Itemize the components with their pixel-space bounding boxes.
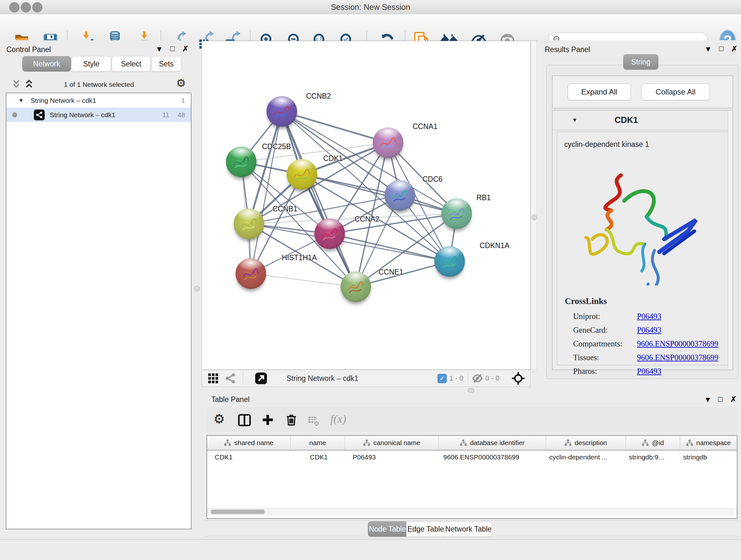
network-node-CDC6[interactable]	[385, 180, 415, 211]
table-scrollbar-thumb[interactable]	[211, 509, 265, 514]
section-expander-icon[interactable]: ▼	[572, 117, 578, 124]
table-panel-divider-handle[interactable]	[468, 388, 474, 393]
network-view-title: String Network – cdk1	[286, 374, 358, 383]
cell-shared-name[interactable]: CDK1	[207, 450, 291, 464]
network-node-CDK1[interactable]	[286, 159, 317, 190]
grid-view-icon[interactable]	[208, 373, 219, 384]
panel-close-icon[interactable]: ✗	[731, 45, 738, 53]
function-builder-icon[interactable]: f(x)	[330, 412, 346, 426]
open-in-new-window-icon[interactable]	[255, 372, 267, 385]
birdseye-crosshair-icon[interactable]	[512, 372, 525, 385]
cell-namespace[interactable]: stringdb	[680, 450, 737, 464]
delete-column-icon[interactable]	[285, 413, 298, 427]
gene-section-header[interactable]: ▼ CDK1	[552, 110, 732, 130]
network-status-dot-icon	[12, 112, 17, 118]
control-panel: Control Panel ▼ □ ✗ Network Style Select…	[0, 40, 198, 539]
crosslink-compartments[interactable]: 9606.ENSP00000378699	[637, 339, 718, 348]
string-network-icon	[34, 110, 45, 120]
hidden-eye-slash-icon[interactable]	[472, 373, 483, 384]
tab-network[interactable]: Network	[22, 56, 71, 71]
expand-all-button[interactable]: Expand All	[568, 84, 631, 100]
tab-select[interactable]: Select	[112, 56, 151, 71]
gene-description: cyclin-dependent kinase 1	[564, 140, 729, 149]
results-panel-divider[interactable]	[531, 41, 537, 370]
panel-close-icon[interactable]: ✗	[730, 395, 737, 403]
cell-name[interactable]: CDK1	[291, 450, 345, 464]
protein-ribbon-thumbnail	[391, 188, 409, 206]
show-columns-icon[interactable]	[238, 414, 251, 427]
crosslink-label: Pharos:	[573, 364, 637, 378]
network-node-CCNB2[interactable]	[266, 96, 297, 127]
column-header[interactable]: @id	[626, 436, 680, 450]
node-label-CCNB2: CCNB2	[306, 92, 331, 101]
tab-edge-table[interactable]: Edge Table	[406, 521, 445, 537]
table-gear-icon[interactable]: ⚙	[213, 412, 225, 426]
column-header[interactable]: canonical name	[345, 436, 439, 450]
node-label-HIST1H1A: HIST1H1A	[282, 253, 317, 262]
panel-menu-icon[interactable]: ▼	[704, 45, 712, 53]
cell-canonical-name[interactable]: P06493	[345, 450, 439, 464]
crosslink-genecard[interactable]: P06493	[637, 326, 661, 334]
panel-float-icon[interactable]: □	[170, 45, 175, 52]
table-toolbar: ⚙ f(x)	[206, 407, 738, 432]
network-node-RB1[interactable]	[441, 198, 472, 229]
network-node-CCNE1[interactable]	[340, 271, 371, 302]
column-header[interactable]: description	[546, 436, 626, 450]
column-header[interactable]: shared name	[207, 436, 291, 450]
network-node-HIST1H1A[interactable]	[235, 258, 266, 289]
tab-network-table[interactable]: Network Table	[445, 521, 492, 537]
network-node-CCNA2[interactable]	[314, 219, 345, 249]
tab-sets[interactable]: Sets	[151, 56, 181, 71]
tab-string[interactable]: String	[623, 54, 658, 70]
network-edge-CCNB1-CDKN1A[interactable]	[249, 224, 450, 261]
cell-description[interactable]: cyclin-dependent ...	[546, 450, 626, 464]
network-row-selected[interactable]: String Network – cdk1 11 48	[6, 108, 191, 122]
panel-close-icon[interactable]: ✗	[182, 45, 189, 53]
network-node-count: 11	[162, 111, 170, 119]
crosslink-row: Pharos:P06493	[573, 364, 729, 378]
panel-float-icon[interactable]: □	[718, 395, 723, 403]
tab-node-table[interactable]: Node Table	[368, 521, 407, 537]
delete-table-icon[interactable]	[308, 415, 320, 427]
network-options-gear-icon[interactable]: ⚙	[176, 77, 186, 89]
tab-style[interactable]: Style	[71, 56, 111, 71]
protein-ribbon-thumbnail	[293, 167, 311, 185]
cell-database-identifier[interactable]: 9606.ENSP00000378699	[439, 450, 546, 464]
panel-menu-icon[interactable]: ▼	[704, 396, 712, 403]
network-node-CCNA1[interactable]	[373, 127, 403, 158]
crosslink-pharos[interactable]: P06493	[637, 367, 661, 375]
crosslink-label: Compartments:	[573, 337, 637, 351]
crosslink-uniprot[interactable]: P06493	[637, 312, 661, 320]
network-edge-HIST1H1A-CCNE1[interactable]	[251, 273, 356, 287]
network-share-icon[interactable]	[225, 373, 236, 384]
column-header[interactable]: name	[291, 436, 345, 450]
protein-ribbon-thumbnail	[448, 206, 466, 225]
panel-menu-icon[interactable]: ▼	[155, 45, 163, 53]
selected-checkbox-icon[interactable]: ✓	[437, 374, 447, 383]
column-header[interactable]: database identifier	[439, 436, 546, 450]
table-header-row: shared name name canonical name database…	[207, 436, 737, 450]
network-view-canvas[interactable]: CCNB2 CCNA1 CDC25B CDK1 CDC6 RB1 CCNB1 C…	[202, 41, 530, 370]
table-row[interactable]: CDK1 CDK1 P06493 9606.ENSP00000378699 cy…	[207, 450, 737, 464]
network-node-CDC25B[interactable]	[226, 146, 257, 177]
network-tree: ▼ String Network – cdk1 1 String Network…	[6, 92, 192, 530]
network-node-CCNB1[interactable]	[233, 208, 264, 239]
tree-expander-icon[interactable]: ▼	[18, 98, 23, 104]
node-label-CDKN1A: CDKN1A	[480, 241, 509, 250]
network-edge-CCNB2-CCNA1[interactable]	[282, 111, 388, 143]
network-edge-CCNB2-HIST1H1A[interactable]	[251, 111, 282, 273]
footer-separator	[243, 372, 243, 385]
network-node-CDKN1A[interactable]	[434, 246, 465, 277]
network-collection-row[interactable]: ▼ String Network – cdk1 1	[6, 93, 191, 108]
node-label-CDC25B: CDC25B	[262, 142, 291, 151]
column-header[interactable]: namespace	[680, 436, 737, 450]
control-panel-divider-handle[interactable]	[194, 286, 200, 292]
table-horizontal-scrollbar[interactable]	[207, 508, 737, 516]
cell-id[interactable]: stringdb:9...	[626, 450, 680, 464]
panel-float-icon[interactable]: □	[719, 45, 724, 52]
results-panel-divider-handle[interactable]	[531, 214, 537, 220]
add-column-icon[interactable]	[261, 414, 274, 426]
results-scrollbar[interactable]	[728, 111, 733, 369]
collapse-all-button[interactable]: Collapse All	[642, 84, 710, 100]
crosslink-tissues[interactable]: 9606.ENSP00000378699	[637, 353, 718, 362]
